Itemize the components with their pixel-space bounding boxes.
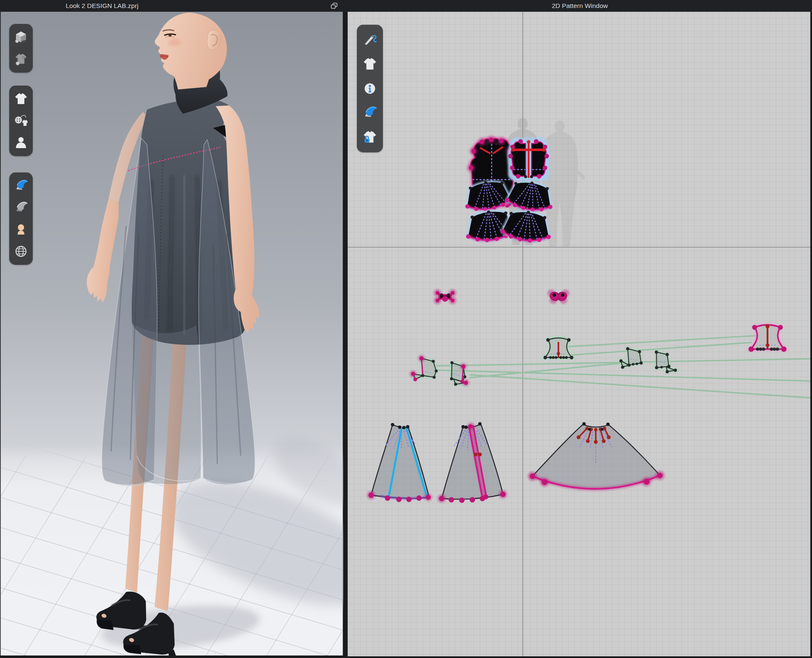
toolbar-3d-garment (9, 86, 33, 156)
tool-avatar-skin[interactable] (12, 220, 30, 239)
pattern-notch-left[interactable] (434, 289, 456, 304)
pattern-facing-a[interactable] (410, 355, 438, 381)
tool-globe[interactable] (12, 242, 30, 261)
fabric-fold-blue-icon (362, 105, 378, 121)
tool-sewing-accessories[interactable] (12, 112, 30, 130)
window-2d: 2D Pattern Window (348, 0, 812, 658)
pattern-skirt-panel-cyan[interactable] (367, 423, 432, 502)
fabric-fold-blue-icon (13, 178, 29, 193)
pattern-facing-c[interactable] (619, 347, 643, 369)
pattern-collar-center[interactable] (543, 338, 573, 359)
fabric-fold-gray-icon (13, 200, 29, 215)
tool-cube-gizmo[interactable] (12, 28, 30, 47)
viewport-3d[interactable] (0, 12, 343, 655)
toolbar-3d-surfaces (9, 172, 33, 265)
window-title-2d: 2D Pattern Window (552, 0, 608, 12)
avatar-person-icon (13, 135, 29, 150)
titlebar-2d[interactable]: 2D Pattern Window (348, 0, 812, 12)
info-icon (362, 81, 378, 97)
titlebar-3d[interactable]: Look 2 DESIGN LAB.zprj (0, 0, 348, 12)
tool-pattern-info[interactable] (361, 79, 379, 98)
tool-sewing[interactable] (361, 31, 379, 49)
shirt-sphere-icon (13, 52, 29, 67)
shirt-lock-icon (362, 129, 378, 145)
toolbar-3d-view-modes (9, 24, 33, 73)
tool-show-garment-2d[interactable] (361, 55, 379, 73)
pattern-collar-flat[interactable] (749, 324, 787, 352)
shirt-icon (362, 56, 378, 72)
tool-fabric-front[interactable] (12, 177, 30, 195)
button-sewing-icon (13, 113, 29, 128)
cube-gizmo-icon (13, 30, 29, 45)
pattern-notch-right[interactable] (547, 290, 569, 304)
needle-thread-icon (362, 32, 378, 48)
globe-icon (13, 244, 29, 259)
shirt-icon (13, 91, 29, 107)
pattern-canvas (348, 12, 810, 656)
tool-shirt-sphere[interactable] (12, 50, 30, 68)
pattern-back-bodice[interactable] (508, 139, 549, 179)
tool-fabric-2d[interactable] (361, 104, 379, 122)
viewport-2d[interactable] (348, 12, 810, 656)
scene-3d (0, 12, 343, 655)
avatar-head-icon (13, 222, 29, 237)
restore-window-icon[interactable] (330, 2, 338, 10)
pattern-skirt-panel-pink[interactable] (437, 422, 507, 503)
pattern-skirt-flare[interactable] (528, 422, 665, 489)
toolbar-2d (357, 25, 383, 152)
app-root: Look 2 DESIGN LAB.zprj (0, 0, 812, 658)
window-3d: Look 2 DESIGN LAB.zprj (0, 0, 348, 658)
tool-fabric-back[interactable] (12, 198, 30, 217)
window-title-3d: Look 2 DESIGN LAB.zprj (65, 0, 138, 12)
tool-show-avatar[interactable] (12, 133, 30, 152)
tool-show-garment[interactable] (12, 90, 30, 108)
tool-lock-garment[interactable] (361, 128, 379, 146)
pattern-facing-d[interactable] (653, 350, 678, 374)
